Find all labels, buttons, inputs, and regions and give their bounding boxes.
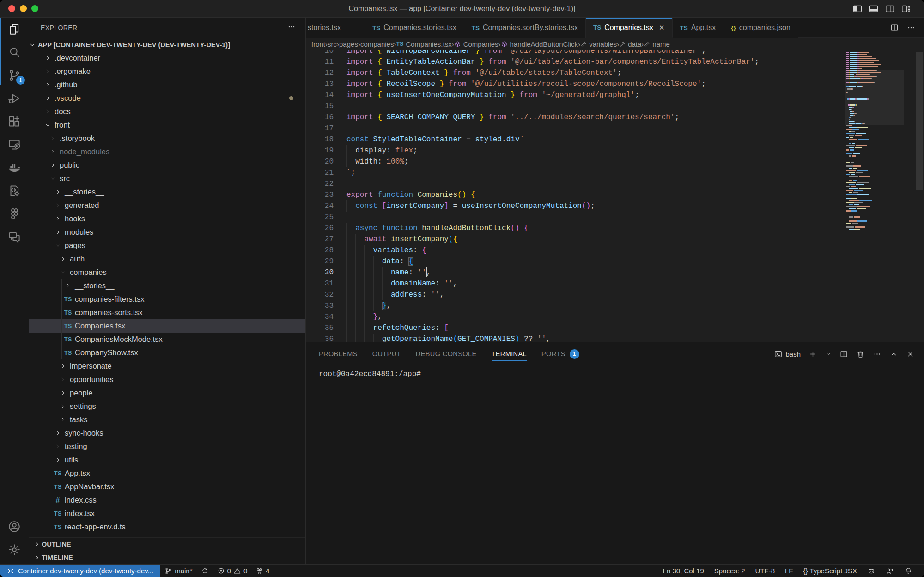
activity-bar-item-docker[interactable] — [0, 156, 29, 179]
tree-folder-auth[interactable]: auth — [29, 252, 305, 266]
tree-folder-docs[interactable]: docs — [29, 105, 305, 118]
tree-file-AppNavbar.tsx[interactable]: TSAppNavbar.tsx — [29, 480, 305, 493]
breadcrumb-item-Companies.tsx[interactable]: TSCompanies.tsx — [396, 40, 451, 48]
terminal-dropdown-icon[interactable] — [825, 351, 832, 357]
activity-bar-item-figma[interactable] — [0, 202, 29, 225]
tree-file-companies-sorts.tsx[interactable]: TScompanies-sorts.tsx — [29, 306, 305, 319]
tree-folder-modules[interactable]: modules — [29, 225, 305, 239]
tree-folder-testing[interactable]: testing — [29, 440, 305, 453]
editor-tab-companies.json[interactable]: {}companies.json — [723, 18, 798, 38]
more-actions-icon[interactable] — [287, 22, 296, 31]
editor-tab-Companies.tsx[interactable]: TSCompanies.tsx✕ — [586, 18, 673, 38]
panel-tab-problems[interactable]: PROBLEMS — [319, 342, 358, 365]
tree-file-react-app-env.d.ts[interactable]: TSreact-app-env.d.ts — [29, 520, 305, 534]
terminal-shell-selector[interactable]: bash — [774, 350, 801, 358]
editor-tab-Companies.stories.tsx[interactable]: TSCompanies.stories.tsx — [365, 18, 464, 38]
editor-tab-Companies.sortBy.stories.tsx[interactable]: TSCompanies.sortBy.stories.tsx — [464, 18, 586, 38]
eol-status[interactable]: LF — [780, 567, 798, 575]
tree-file-App.tsx[interactable]: TSApp.tsx — [29, 467, 305, 480]
tree-file-CompaniesMockMode.tsx[interactable]: TSCompaniesMockMode.tsx — [29, 333, 305, 346]
tree-file-Companies.tsx[interactable]: TSCompanies.tsx — [29, 319, 305, 333]
tree-folder-.ergomake[interactable]: .ergomake — [29, 65, 305, 78]
more-actions-icon[interactable] — [873, 350, 881, 358]
editor-scrollbar[interactable] — [915, 50, 924, 342]
tree-folder-generated[interactable]: generated — [29, 199, 305, 212]
activity-bar-item-explorer[interactable] — [0, 18, 29, 41]
toggle-panel-button-icon[interactable] — [869, 4, 879, 14]
split-editor-icon[interactable] — [890, 23, 899, 32]
tree-folder-people[interactable]: people — [29, 386, 305, 400]
toggle-primary-sidebar-button-icon[interactable] — [852, 4, 863, 14]
tree-folder-.vscode[interactable]: .vscode — [29, 91, 305, 105]
minimap[interactable] — [846, 50, 902, 342]
tree-folder-.devcontainer[interactable]: .devcontainer — [29, 51, 305, 65]
git-sync-status[interactable] — [197, 567, 213, 575]
maximize-panel-icon[interactable] — [889, 350, 898, 358]
language-mode-status[interactable]: {} TypeScript JSX — [798, 567, 862, 575]
bell-status[interactable] — [899, 567, 918, 575]
scrollbar-slider[interactable] — [916, 52, 923, 190]
breadcrumb-item-name[interactable]: name — [644, 40, 670, 48]
tree-folder-.storybook[interactable]: .storybook — [29, 132, 305, 145]
tree-folder-tasks[interactable]: tasks — [29, 413, 305, 426]
git-branch-status[interactable]: main* — [160, 567, 196, 575]
timeline-section[interactable]: TIMELINE — [29, 551, 305, 564]
breadcrumb-item-companies[interactable]: companies — [360, 40, 394, 48]
terminal-prompt[interactable]: root@0a42ecd84891:/app# — [319, 370, 421, 378]
tree-folder-companies[interactable]: companies — [29, 266, 305, 279]
encoding-status[interactable]: UTF-8 — [750, 567, 780, 575]
remote-indicator[interactable]: Container dev-twenty-dev (dev-twenty-dev… — [0, 565, 160, 577]
toggle-secondary-sidebar-button-icon[interactable] — [885, 4, 895, 14]
more-actions-icon[interactable] — [906, 23, 916, 32]
breadcrumb-item-pages[interactable]: pages — [339, 40, 358, 48]
tree-file-CompanyShow.tsx[interactable]: TSCompanyShow.tsx — [29, 346, 305, 359]
outline-section[interactable]: OUTLINE — [29, 537, 305, 551]
tree-folder-__stories__[interactable]: __stories__ — [29, 185, 305, 199]
tree-folder-impersonate[interactable]: impersonate — [29, 359, 305, 373]
panel-tab-output[interactable]: OUTPUT — [372, 342, 401, 365]
tree-folder-utils[interactable]: utils — [29, 453, 305, 467]
close-panel-icon[interactable] — [906, 350, 915, 358]
breadcrumb-item-variables[interactable]: variables — [580, 40, 617, 48]
tree-file-companies-filters.tsx[interactable]: TScompanies-filters.tsx — [29, 292, 305, 306]
breadcrumb-item-front[interactable]: front — [311, 40, 325, 48]
tree-file-index.css[interactable]: #index.css — [29, 493, 305, 507]
breadcrumb-item-data[interactable]: data — [619, 40, 641, 48]
tree-folder-.github[interactable]: .github — [29, 78, 305, 91]
activity-bar-item-search[interactable] — [0, 41, 29, 64]
panel-tab-terminal[interactable]: TERMINAL — [492, 342, 527, 365]
indentation-status[interactable]: Spaces: 2 — [709, 567, 750, 575]
tree-root-app[interactable]: APP [CONTAINER DEV-TWENTY-DEV (DEV-TWENT… — [29, 38, 305, 51]
minimap-viewport[interactable] — [845, 70, 904, 125]
split-terminal-icon[interactable] — [839, 350, 848, 358]
forwarded-ports-status[interactable]: 4 — [251, 567, 274, 575]
code-editor[interactable]: 10import { WithTopBarContainer } from '@… — [306, 50, 924, 342]
activity-bar-item-extensions[interactable] — [0, 110, 29, 133]
tree-folder-public[interactable]: public — [29, 158, 305, 172]
new-terminal-icon[interactable] — [808, 350, 817, 358]
copilot-status[interactable] — [862, 567, 881, 575]
breadcrumb-item-src[interactable]: src — [328, 40, 337, 48]
kill-terminal-icon[interactable] — [856, 350, 865, 358]
tree-folder-node_modules[interactable]: node_modules — [29, 145, 305, 158]
tree-folder-sync-hooks[interactable]: sync-hooks — [29, 426, 305, 440]
explorer-more-actions-icon[interactable] — [287, 22, 296, 33]
panel-tab-debug-console[interactable]: DEBUG CONSOLE — [416, 342, 477, 365]
panel-tab-ports[interactable]: PORTS1 — [541, 342, 579, 365]
tree-folder-src[interactable]: src — [29, 172, 305, 185]
editor-tab-App.tsx[interactable]: TSApp.tsx — [673, 18, 724, 38]
tree-file-index.tsx[interactable]: TSindex.tsx — [29, 507, 305, 520]
tree-folder-hooks[interactable]: hooks — [29, 212, 305, 225]
feedback-status[interactable] — [881, 567, 899, 575]
editor-tab-stories.tsx[interactable]: stories.tsx — [306, 18, 365, 38]
activity-bar-item-code-config[interactable] — [0, 179, 29, 202]
activity-bar-item-settings-gear[interactable] — [0, 538, 29, 561]
close-icon[interactable]: ✕ — [659, 24, 665, 32]
tree-folder-settings[interactable]: settings — [29, 400, 305, 413]
activity-bar-item-run-debug[interactable] — [0, 87, 29, 110]
tree-folder-opportunities[interactable]: opportunities — [29, 373, 305, 386]
customize-layout-button-icon[interactable] — [901, 4, 911, 14]
activity-bar-item-source-control[interactable]: 1 — [0, 64, 29, 87]
activity-bar-item-account[interactable] — [0, 515, 29, 538]
breadcrumb-item-Companies[interactable]: Companies — [454, 40, 498, 48]
